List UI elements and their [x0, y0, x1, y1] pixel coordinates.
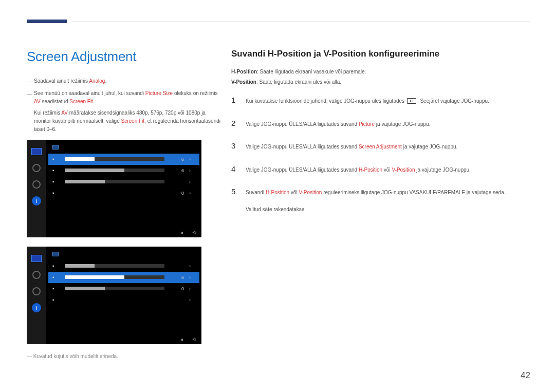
- chevron-icon: ›: [189, 191, 195, 196]
- row-icon: ▪: [52, 274, 60, 280]
- chevron-icon: ›: [189, 286, 195, 291]
- s1-post: . Seejärel vajutage JOG-nuppu.: [417, 98, 489, 104]
- step-number: 1: [231, 95, 237, 106]
- note1-analog: Analog: [89, 78, 105, 84]
- chevron-icon: ›: [189, 168, 195, 173]
- def-vposition: V-Position: Saate liigutada ekraani üles…: [231, 78, 534, 86]
- page-number: 42: [521, 370, 530, 381]
- osd-row: ▪ ›: [48, 294, 199, 306]
- s4-r2: V-Position: [392, 167, 415, 173]
- s5-post: reguleerimiseks liigutage JOG-nuppu VASA…: [322, 190, 505, 195]
- step-final: Valitud säte rakendatakse.: [246, 206, 534, 213]
- s2-post: ja vajutage JOG-nuppu.: [375, 121, 430, 127]
- s5-mid: või: [289, 190, 299, 195]
- osd-sidebar: i: [27, 247, 46, 344]
- osd-row: ▪ 0 ›: [48, 283, 199, 294]
- gear-icon: [31, 286, 42, 297]
- step-body: Valige JOG-nuppu ÜLES/ALLA liigutades su…: [246, 120, 534, 128]
- subsection-title: Suvandi H-Position ja V-Position konfigu…: [231, 49, 534, 59]
- osd-row: ▪ 0 ›: [48, 188, 199, 199]
- s3-red: Screen Adjustment: [359, 144, 402, 150]
- note-body: Saadaval ainult režiimis Analog.: [34, 77, 222, 86]
- n2-pre: See menüü on saadaval ainult juhul, kui …: [34, 90, 145, 96]
- note1-post: .: [105, 78, 106, 84]
- row-value: 0: [174, 191, 184, 196]
- n2-av: AV: [34, 99, 41, 104]
- info-icon: i: [31, 302, 42, 313]
- note-dash: ―: [27, 89, 34, 106]
- footer-note: ― Kuvatud kujutis võib mudeliti erineda.: [27, 353, 222, 359]
- nav-left-icon: ◄: [179, 230, 184, 235]
- step-body: Valige JOG-nuppu ÜLES/ALLA liigutades su…: [246, 143, 534, 151]
- slider-fill: [65, 287, 105, 290]
- left-column: Screen Adjustment ― Saadaval ainult reži…: [27, 49, 222, 359]
- slider-fill: [65, 180, 105, 183]
- s2-red: Picture: [359, 121, 375, 127]
- row-value: 6: [174, 157, 184, 162]
- osd-row-selected: ▪ 6 ›: [48, 272, 199, 283]
- s3-post: ja vajutage JOG-nuppu.: [402, 144, 457, 150]
- s4-pre: Valige JOG-nuppu ÜLES/ALLA liigutades su…: [246, 167, 359, 173]
- footer-note-text: Kuvatud kujutis võib mudeliti erineda.: [33, 353, 118, 359]
- n2-post: .: [93, 99, 95, 104]
- note1-pre: Saadaval ainult režiimis: [34, 78, 89, 84]
- def-text: : Saate liigutada ekraani üles või alla.: [256, 79, 341, 85]
- row-icon: ▪: [52, 190, 60, 196]
- s5-r1: H-Position: [266, 190, 289, 195]
- slider-track: [65, 275, 164, 279]
- s2-pre: Valige JOG-nuppu ÜLES/ALLA liigutades su…: [246, 121, 359, 127]
- header-accent-bar: [27, 20, 67, 23]
- circle-icon: [31, 162, 42, 174]
- slider-fill: [65, 275, 124, 279]
- chevron-icon: ›: [189, 179, 195, 184]
- circle-icon: [31, 269, 42, 281]
- step-number: 4: [231, 163, 237, 175]
- slider-track: [65, 264, 164, 268]
- n2s-av: AV: [61, 110, 68, 116]
- step-3: 3 Valige JOG-nuppu ÜLES/ALLA liigutades …: [231, 140, 534, 152]
- row-icon: ▪: [52, 179, 60, 184]
- chevron-icon: ›: [189, 157, 195, 162]
- n2-screenfit: Screen Fit: [69, 99, 93, 104]
- osd-footer: ◄ ⟲: [179, 230, 196, 235]
- osd-main: ▪ › ▪ 6 › ▪ 0 › ▪ ›: [48, 250, 199, 306]
- slider-track: [65, 180, 164, 183]
- menu-icon: [407, 98, 416, 104]
- n2-m1: olekuks on režiimis: [173, 90, 217, 96]
- step-5: 5 Suvandi H-Position või V-Position regu…: [231, 186, 534, 213]
- note-body: See menüü on saadaval ainult juhul, kui …: [34, 89, 222, 106]
- osd-main: ▪ 6 › ▪ 6 › ▪ › ▪ 0 ›: [48, 143, 199, 199]
- slider-fill: [65, 264, 95, 268]
- nav-return-icon: ⟲: [192, 337, 196, 342]
- osd-title: [48, 250, 199, 260]
- step-2: 2 Valige JOG-nuppu ÜLES/ALLA liigutades …: [231, 118, 534, 129]
- s1-pre: Kui kuvatakse funktsioonide juhend, vali…: [246, 98, 406, 104]
- def-text: : Saate liigutada ekraani vasakule või p…: [257, 69, 366, 74]
- step-1: 1 Kui kuvatakse funktsioonide juhend, va…: [231, 95, 534, 106]
- gear-icon: [31, 179, 42, 190]
- monitor-icon: [31, 146, 42, 157]
- note-2-sub: Kui režiimis AV määratakse sisendsignaal…: [34, 109, 222, 134]
- row-icon: ▪: [52, 286, 60, 291]
- chevron-icon: ›: [189, 275, 195, 280]
- steps-list: 1 Kui kuvatakse funktsioonide juhend, va…: [231, 95, 534, 213]
- osd-row: ▪ ›: [48, 260, 199, 272]
- s4-mid: või: [382, 167, 392, 173]
- n2s-screenfit: Screen Fit: [121, 118, 145, 124]
- def-label: H-Position: [231, 69, 257, 74]
- slider-track: [65, 169, 164, 172]
- slider-track: [65, 157, 164, 161]
- step-number: 3: [231, 140, 237, 152]
- note-1: ― Saadaval ainult režiimis Analog.: [27, 77, 222, 86]
- row-icon: ▪: [52, 263, 60, 269]
- def-hposition: H-Position: Saate liigutada ekraani vasa…: [231, 67, 534, 76]
- step-body: Kui kuvatakse funktsioonide juhend, vali…: [246, 97, 534, 105]
- row-icon: ▪: [52, 167, 60, 173]
- row-value: 6: [174, 168, 184, 173]
- nav-left-icon: ◄: [179, 337, 184, 342]
- chevron-icon: ›: [189, 264, 195, 269]
- step-4: 4 Valige JOG-nuppu ÜLES/ALLA liigutades …: [231, 163, 534, 175]
- s5-pre: Suvandi: [246, 190, 266, 195]
- row-value: 0: [174, 286, 184, 291]
- note-dash: ―: [27, 77, 34, 86]
